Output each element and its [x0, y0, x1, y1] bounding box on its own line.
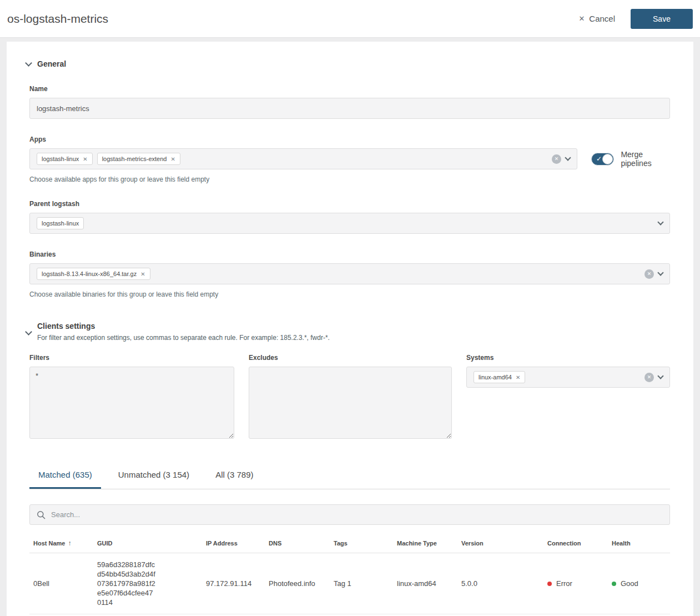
clear-all-icon[interactable]: ✕: [552, 154, 561, 164]
column-header-machine-type[interactable]: Machine Type: [393, 539, 457, 547]
topbar-actions: ✕ Cancel Save: [578, 9, 693, 29]
chevron-down-icon[interactable]: [657, 219, 663, 225]
excludes-textarea[interactable]: [249, 367, 452, 439]
systems-label: Systems: [466, 354, 670, 362]
apps-field: Apps logstash-linux ✕ logstash-metrics-e…: [29, 136, 670, 183]
binaries-field: Binaries logstash-8.13.4-linux-x86_64.ta…: [29, 251, 670, 298]
excludes-field: Excludes: [249, 354, 452, 441]
clients-settings-fields: Filters * Excludes Systems linux-amd64 ✕…: [29, 354, 670, 441]
parent-logstash-select[interactable]: logstash-linux: [29, 213, 670, 234]
column-header-hostname[interactable]: Host Name ↑: [29, 539, 93, 547]
systems-field: Systems linux-amd64 ✕ ✕: [466, 354, 670, 441]
close-icon: ✕: [578, 14, 585, 23]
cell-tags: Tag 1: [330, 579, 393, 588]
cancel-label: Cancel: [589, 14, 615, 23]
cell-version: 5.0.0: [457, 579, 543, 588]
save-button[interactable]: Save: [631, 9, 693, 29]
topbar: os-logstash-metrics ✕ Cancel Save: [0, 0, 700, 38]
parent-tag-label: logstash-linux: [42, 220, 79, 227]
clients-settings-title: Clients settings: [37, 322, 330, 330]
column-header-tags[interactable]: Tags: [330, 539, 393, 547]
toggle-knob: [602, 154, 613, 164]
good-status-dot: [612, 582, 616, 586]
cell-health: Good: [608, 579, 670, 588]
remove-tag-icon[interactable]: ✕: [83, 156, 87, 162]
clients-settings-subtitle: For filter and exception settings, use c…: [37, 334, 330, 342]
general-section-header[interactable]: General: [26, 59, 670, 68]
general-section-title: General: [37, 59, 66, 68]
system-tag-chip: linux-amd64 ✕: [474, 371, 525, 383]
cell-machine-type: linux-amd64: [393, 579, 457, 588]
chevron-down-icon[interactable]: [657, 269, 663, 276]
remove-tag-icon[interactable]: ✕: [516, 374, 520, 380]
app-tag-label: logstash-linux: [42, 156, 79, 162]
apps-select[interactable]: logstash-linux ✕ logstash-metrics-extend…: [29, 148, 577, 169]
name-label: Name: [29, 85, 670, 93]
parent-logstash-field: Parent logstash logstash-linux: [29, 200, 670, 234]
error-status-dot: [547, 582, 552, 586]
binaries-label: Binaries: [29, 251, 670, 258]
column-header-connection[interactable]: Connection: [543, 539, 608, 547]
merge-pipelines-toggle[interactable]: ✓: [591, 153, 614, 166]
column-header-health[interactable]: Health: [608, 539, 670, 547]
binaries-help-text: Choose available binaries for this group…: [29, 291, 670, 298]
cell-ip: 97.172.91.114: [202, 579, 265, 588]
column-header-version[interactable]: Version: [457, 539, 543, 547]
binaries-select[interactable]: logstash-8.13.4-linux-x86_64.tar.gz ✕ ✕: [29, 263, 670, 284]
merge-pipelines-label: Merge pipelines: [621, 150, 670, 168]
app-tag-chip: logstash-metrics-extend ✕: [97, 153, 180, 165]
apps-help-text: Choose available apps for this group or …: [29, 176, 670, 183]
form-card: General Name Apps logstash-linux ✕ logst…: [7, 42, 693, 616]
tab-all[interactable]: All (3 789): [207, 462, 262, 489]
client-tabs: Matched (635) Unmatched (3 154) All (3 7…: [29, 462, 670, 489]
systems-select[interactable]: linux-amd64 ✕ ✕: [466, 367, 670, 388]
binary-tag-label: logstash-8.13.4-linux-x86_64.tar.gz: [42, 271, 137, 277]
clear-all-icon[interactable]: ✕: [644, 373, 654, 382]
table-row[interactable]: 0Bell 59a6d3288187dfcd54bb45d3ab2d4f0736…: [29, 553, 670, 614]
sort-ascending-icon: ↑: [68, 539, 71, 547]
column-header-ip[interactable]: IP Address: [202, 539, 265, 547]
tab-unmatched[interactable]: Unmatched (3 154): [109, 462, 198, 489]
parent-tag-chip: logstash-linux: [37, 217, 84, 229]
column-header-dns[interactable]: DNS: [265, 539, 330, 547]
cell-connection: Error: [543, 579, 608, 588]
chevron-down-icon[interactable]: [657, 373, 663, 379]
cancel-button[interactable]: ✕ Cancel: [578, 14, 615, 23]
filters-field: Filters *: [29, 354, 234, 441]
binary-tag-chip: logstash-8.13.4-linux-x86_64.tar.gz ✕: [37, 268, 150, 280]
filters-label: Filters: [29, 354, 234, 362]
page-title: os-logstash-metrics: [7, 12, 108, 26]
cell-dns: Photofeed.info: [265, 579, 330, 588]
search-input[interactable]: [51, 510, 663, 519]
excludes-label: Excludes: [249, 354, 452, 362]
chevron-down-icon: [25, 328, 32, 335]
table-header-row: Host Name ↑ GUID IP Address DNS Tags Mac…: [29, 534, 670, 553]
remove-tag-icon[interactable]: ✕: [170, 156, 175, 162]
chevron-down-icon[interactable]: [565, 154, 571, 161]
check-icon: ✓: [596, 155, 602, 163]
name-input[interactable]: [29, 98, 670, 119]
name-field: Name: [29, 85, 670, 119]
search-box: [29, 504, 670, 525]
app-tag-label: logstash-metrics-extend: [102, 156, 167, 162]
cell-hostname: 0Bell: [29, 579, 93, 588]
apps-label: Apps: [29, 136, 670, 143]
tab-matched[interactable]: Matched (635): [29, 462, 101, 489]
clear-all-icon[interactable]: ✕: [644, 269, 654, 279]
clients-table: Host Name ↑ GUID IP Address DNS Tags Mac…: [29, 534, 670, 616]
clients-settings-section-header[interactable]: Clients settings For filter and exceptio…: [26, 322, 670, 342]
column-header-guid[interactable]: GUID: [93, 539, 202, 547]
system-tag-label: linux-amd64: [479, 374, 512, 380]
app-tag-chip: logstash-linux ✕: [37, 153, 93, 165]
remove-tag-icon[interactable]: ✕: [140, 271, 145, 277]
cell-guid: 59a6d3288187dfcd54bb45d3ab2d4f073617978a…: [93, 560, 155, 607]
merge-pipelines-control: ✓ Merge pipelines: [591, 150, 670, 168]
filters-textarea[interactable]: *: [29, 367, 234, 439]
search-icon: [37, 510, 46, 519]
chevron-down-icon: [25, 59, 32, 67]
parent-logstash-label: Parent logstash: [29, 200, 670, 208]
